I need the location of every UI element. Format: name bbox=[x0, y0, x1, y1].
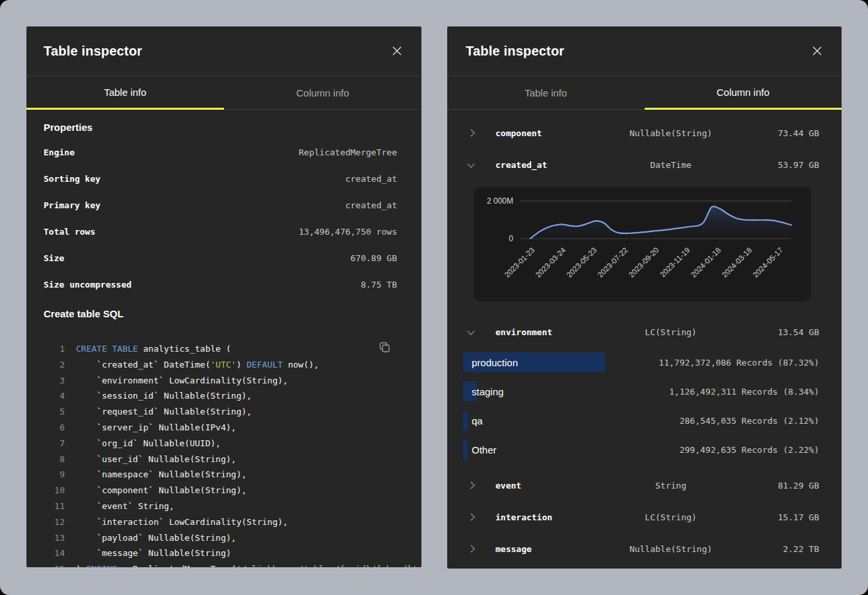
property-value: 8.75 TB bbox=[361, 280, 397, 290]
chevron-icon[interactable] bbox=[467, 129, 474, 136]
column-name: event bbox=[480, 481, 597, 491]
column-name: environment bbox=[480, 327, 597, 337]
code-text: `org_id` Nullable(UUID), bbox=[76, 436, 221, 452]
dialog-title: Table inspector bbox=[44, 44, 142, 59]
tab-table-info[interactable]: Table info bbox=[26, 76, 224, 110]
code-text: `user_id` Nullable(String), bbox=[76, 452, 236, 467]
tab-table-info[interactable]: Table info bbox=[447, 76, 645, 110]
value-record-count: 286,545,035 Records (2.12%) bbox=[680, 416, 819, 426]
close-icon[interactable] bbox=[810, 44, 824, 58]
line-number: 12 bbox=[44, 514, 65, 530]
chevron-icon[interactable] bbox=[467, 481, 474, 489]
property-value: ReplicatedMergeTree bbox=[299, 147, 397, 157]
dialog-header: Table inspector bbox=[447, 26, 842, 76]
created-at-distribution-chart: 2 000M02023-01-232023-03-242023-05-23202… bbox=[474, 187, 811, 301]
column-type: Nullable(String) bbox=[597, 544, 745, 554]
line-number: 8 bbox=[44, 452, 65, 467]
dialog-header: Table inspector bbox=[26, 26, 421, 76]
column-row-environment[interactable]: environment LC(String) 13.54 GB bbox=[463, 316, 819, 348]
sql-code-line: 15 ) ENGINE = ReplicatedMergeTree('/clic… bbox=[44, 561, 397, 567]
table-inspector-dialog-column-info: Table inspector Table info Column info c… bbox=[447, 26, 842, 569]
line-number: 2 bbox=[44, 357, 65, 373]
property-row: Size 670.89 GB bbox=[44, 245, 397, 271]
close-icon-glyph bbox=[813, 46, 822, 56]
line-number: 11 bbox=[44, 498, 65, 514]
line-number: 10 bbox=[44, 483, 65, 498]
close-icon-glyph bbox=[392, 46, 402, 56]
column-name: created_at bbox=[480, 160, 597, 170]
chevron-icon[interactable] bbox=[467, 327, 474, 335]
x-axis-tick-label: 2023-03-24 bbox=[534, 246, 567, 280]
sql-code-line: 8 `user_id` Nullable(String), bbox=[44, 452, 397, 467]
line-number: 4 bbox=[44, 388, 65, 404]
sql-code-line: 11 `event` String, bbox=[44, 498, 397, 514]
property-value: created_at bbox=[345, 174, 397, 184]
column-row-interaction[interactable]: interaction LC(String) 15.17 GB bbox=[463, 501, 819, 533]
code-text: `request_id` Nullable(String), bbox=[76, 404, 252, 420]
screen-backdrop: Table inspector Table info Column info P… bbox=[0, 0, 868, 595]
chevron-icon[interactable] bbox=[467, 545, 474, 552]
column-name: message bbox=[480, 544, 597, 554]
sql-code-line: 2 `created_at` DateTime('UTC') DEFAULT n… bbox=[44, 357, 397, 373]
property-row: Size uncompressed 8.75 TB bbox=[44, 271, 397, 298]
column-name: interaction bbox=[480, 512, 597, 522]
copy-icon[interactable] bbox=[377, 341, 392, 356]
line-number: 9 bbox=[44, 467, 65, 483]
environment-value-row-qa: qa 286,545,035 Records (2.12%) bbox=[463, 406, 819, 435]
tab-bar: Table info Column info bbox=[447, 76, 842, 110]
column-row-event[interactable]: event String 81.29 GB bbox=[463, 469, 819, 501]
sql-code-line: 1 CREATE TABLE analytics_table ( bbox=[44, 341, 397, 357]
sql-code-block: 1 CREATE TABLE analytics_table ( 2 `crea… bbox=[44, 341, 397, 567]
column-row-created_at[interactable]: created_at DateTime 53.97 GB bbox=[463, 149, 819, 180]
property-row: Sorting key created_at bbox=[44, 165, 397, 192]
value-label: qa bbox=[463, 415, 483, 426]
property-label: Sorting key bbox=[44, 174, 100, 184]
close-icon[interactable] bbox=[390, 44, 404, 58]
column-size: 73.44 GB bbox=[745, 128, 819, 138]
sql-code-line: 13 `payload` Nullable(String), bbox=[44, 530, 397, 546]
code-text: `interaction` LowCardinality(String), bbox=[76, 514, 288, 530]
sql-code-lines: 1 CREATE TABLE analytics_table ( 2 `crea… bbox=[44, 341, 397, 567]
code-text: `message` Nullable(String) bbox=[76, 545, 231, 561]
column-row-message[interactable]: message Nullable(String) 2.22 TB bbox=[463, 533, 819, 565]
code-text: `environment` LowCardinality(String), bbox=[76, 373, 288, 389]
column-size: 13.54 GB bbox=[745, 327, 819, 337]
table-info-content: Properties Engine ReplicatedMergeTree So… bbox=[26, 120, 421, 567]
sql-code-line: 14 `message` Nullable(String) bbox=[44, 545, 397, 561]
code-text: `namespace` Nullable(String), bbox=[76, 467, 246, 483]
property-label: Engine bbox=[44, 147, 75, 157]
dialog-title: Table inspector bbox=[466, 44, 564, 59]
copy-icon-glyph bbox=[379, 342, 390, 353]
column-name: component bbox=[480, 128, 597, 138]
property-row: Primary key created_at bbox=[44, 192, 397, 218]
tab-column-info[interactable]: Column info bbox=[645, 76, 842, 110]
chevron-icon[interactable] bbox=[467, 513, 474, 520]
sparkline-svg: 2 000M02023-01-232023-03-242023-05-23202… bbox=[474, 187, 811, 301]
line-number: 7 bbox=[44, 436, 65, 452]
column-type: LC(String) bbox=[597, 512, 745, 522]
sql-code-line: 5 `request_id` Nullable(String), bbox=[44, 404, 397, 420]
value-record-count: 1,126,492,311 Records (8.34%) bbox=[669, 387, 819, 397]
environment-value-row-other: Other 299,492,635 Records (2.22%) bbox=[463, 435, 819, 464]
x-axis-tick-label: 2023-07-22 bbox=[596, 246, 629, 279]
tab-column-info[interactable]: Column info bbox=[224, 76, 421, 110]
code-text: `component` Nullable(String), bbox=[76, 483, 246, 498]
sql-code-line: 4 `session_id` Nullable(String), bbox=[44, 388, 397, 404]
property-label: Size uncompressed bbox=[44, 280, 131, 290]
sql-code-line: 9 `namespace` Nullable(String), bbox=[44, 467, 397, 483]
properties-list: Engine ReplicatedMergeTree Sorting key c… bbox=[44, 139, 397, 298]
property-value: 13,496,476,750 rows bbox=[299, 227, 397, 237]
code-text: `payload` Nullable(String), bbox=[76, 530, 236, 546]
property-value: created_at bbox=[345, 200, 397, 210]
column-row-component[interactable]: component Nullable(String) 73.44 GB bbox=[463, 117, 819, 149]
value-label: staging bbox=[463, 386, 503, 397]
chevron-icon[interactable] bbox=[467, 160, 474, 167]
column-type: DateTime bbox=[597, 160, 745, 170]
sql-code-line: 7 `org_id` Nullable(UUID), bbox=[44, 436, 397, 452]
line-number: 1 bbox=[44, 341, 65, 357]
column-size: 15.17 GB bbox=[745, 512, 819, 522]
environment-value-row-staging: staging 1,126,492,311 Records (8.34%) bbox=[463, 377, 819, 406]
sql-code-line: 6 `server_ip` Nullable(IPv4), bbox=[44, 420, 397, 436]
x-axis-tick-label: 2024-01-18 bbox=[689, 246, 722, 279]
x-axis-tick-label: 2023-11-19 bbox=[659, 246, 691, 278]
